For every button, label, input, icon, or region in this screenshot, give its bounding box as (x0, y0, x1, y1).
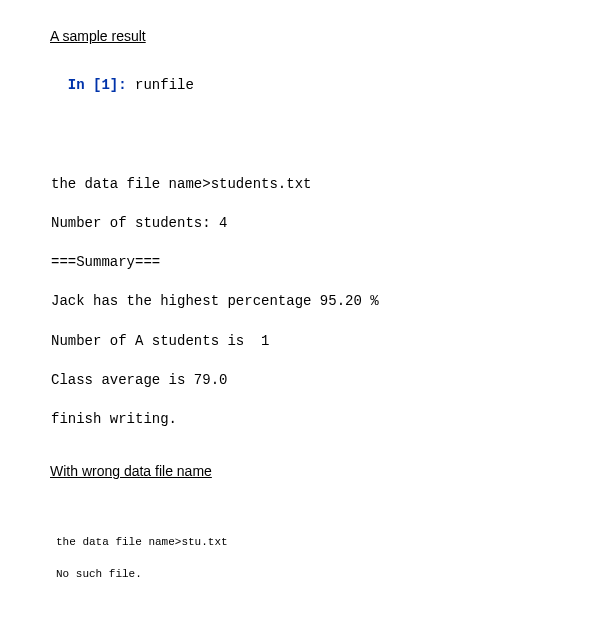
output-line: Class average is 79.0 (51, 371, 563, 391)
console-output-1-body: the data file name>students.txt Number o… (51, 155, 563, 449)
output-line: finish writing. (51, 410, 563, 430)
console-command: runfile (135, 77, 194, 93)
prompt-close-bracket: ] (110, 77, 118, 93)
output-line: the data file name>students.txt (51, 175, 563, 195)
console-output-2: the data file name>stu.txt No such file. (56, 519, 563, 599)
prompt-number: 1 (101, 77, 109, 93)
heading-sample-result: A sample result (50, 28, 563, 44)
prompt-in: In (68, 77, 93, 93)
output-line: No such file. (56, 567, 563, 583)
prompt-colon: : (118, 77, 135, 93)
output-line: Number of A students is 1 (51, 332, 563, 352)
heading-wrong-file: With wrong data file name (50, 463, 563, 479)
output-line: ===Summary=== (51, 253, 563, 273)
console-output-1: In [1]: runfile (51, 56, 563, 95)
output-line: the data file name>stu.txt (56, 535, 563, 551)
output-line: Number of students: 4 (51, 214, 563, 234)
output-line: Jack has the highest percentage 95.20 % (51, 292, 563, 312)
